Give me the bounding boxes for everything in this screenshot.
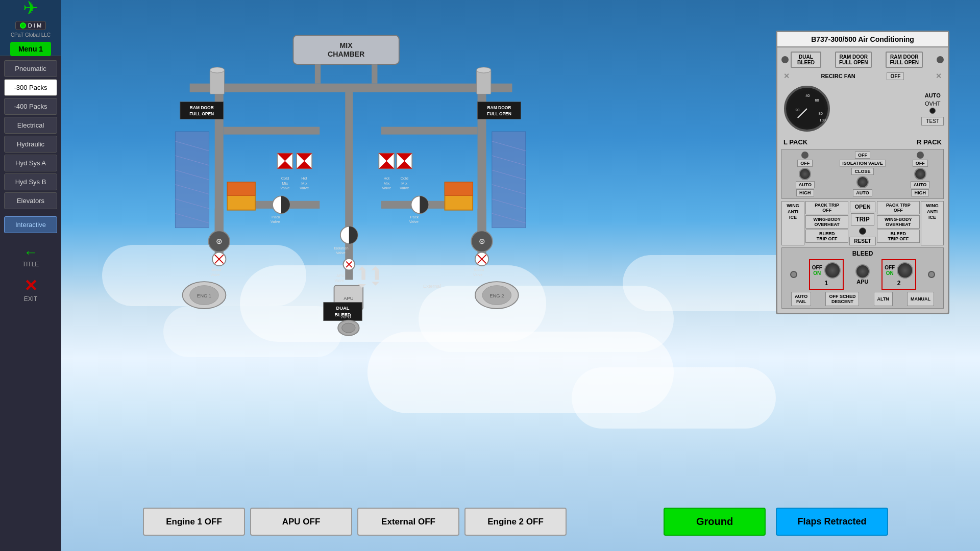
svg-text:Pack: Pack <box>272 215 280 219</box>
bleed-altn[interactable]: ALTN <box>874 292 893 306</box>
bleed-controls: OFF ON 1 APU <box>784 259 941 290</box>
ram-door-right-indicator: RAM DOORFULL OPEN <box>886 52 922 68</box>
bleed2-knob[interactable] <box>897 262 913 279</box>
svg-text:Pack: Pack <box>410 215 419 219</box>
dim-label: D I M <box>28 22 41 29</box>
dim-button[interactable]: D I M <box>15 21 46 30</box>
left-circle-btn[interactable] <box>781 56 789 63</box>
temp-gauge: 20 60 40 80 100 <box>784 86 830 132</box>
engine2-btn[interactable]: Engine 2 OFF <box>464 508 567 536</box>
right-high-btn[interactable]: HIGH <box>911 189 929 196</box>
svg-text:80: 80 <box>819 111 823 116</box>
center-auto-btn[interactable]: AUTO <box>853 189 872 196</box>
center-off-btn[interactable]: OFF <box>855 152 870 159</box>
svg-text:MIX: MIX <box>340 41 353 49</box>
svg-text:RAM DOOR: RAM DOOR <box>190 105 214 110</box>
bleed1-num: 1 <box>824 280 828 287</box>
svg-rect-45 <box>445 182 473 195</box>
bleed1-knob[interactable] <box>824 262 841 279</box>
gauge-section: 20 60 40 80 100 AUTO OVHT <box>781 83 944 134</box>
open-btn[interactable]: OPEN <box>850 201 875 212</box>
svg-text:Valve: Valve <box>336 251 345 255</box>
svg-rect-10 <box>345 92 353 232</box>
bleed1-on-label: ON <box>813 270 821 276</box>
l-pack-label: L PACK <box>783 138 807 146</box>
bleed-off-sched[interactable]: OFF SCHEDDESCENT <box>825 292 859 306</box>
left-off-btn[interactable]: OFF <box>797 160 813 167</box>
interactive-button[interactable]: Interactive <box>4 216 57 233</box>
left-pack-trip-off[interactable]: PACK TRIPOFF <box>805 201 848 214</box>
bleed-header: BLEED <box>784 250 941 257</box>
bleed-auto-fail[interactable]: AUTOFAIL <box>791 292 811 306</box>
apu-knob[interactable] <box>855 264 870 279</box>
svg-point-110 <box>342 323 355 333</box>
svg-text:Mix: Mix <box>383 181 389 186</box>
flaps-retracted-button[interactable]: Flaps Retracted <box>776 508 888 536</box>
close-btn[interactable]: CLOSE <box>851 168 873 175</box>
right-bleed-trip-off[interactable]: BLEEDTRIP OFF <box>877 230 920 243</box>
sidebar-item-elevators[interactable]: Elevators <box>4 192 57 209</box>
bleed-circle-right[interactable] <box>928 271 935 278</box>
svg-text:FULL OPEN: FULL OPEN <box>487 111 511 116</box>
auto-label: AUTO <box>921 92 944 98</box>
bleed-circle-left[interactable] <box>790 271 797 278</box>
svg-text:Hot: Hot <box>383 176 390 181</box>
svg-text:40: 40 <box>805 93 810 98</box>
svg-text:Mix: Mix <box>282 181 288 186</box>
sidebar-item-300packs[interactable]: -300 Packs <box>4 79 57 96</box>
center-knob[interactable] <box>856 176 869 188</box>
recirc-status: OFF <box>887 72 904 80</box>
right-pack-trip-off[interactable]: PACK TRIPOFF <box>877 201 920 214</box>
control-panel: B737-300/500 Air Conditioning DUALBLEED … <box>776 31 949 314</box>
sidebar-item-400packs[interactable]: -400 Packs <box>4 98 57 115</box>
engine1-btn[interactable]: Engine 1 OFF <box>143 508 245 536</box>
left-knob[interactable] <box>799 168 811 180</box>
right-valve-circle[interactable] <box>917 152 924 159</box>
apu-btn[interactable]: APU OFF <box>250 508 352 536</box>
ground-button[interactable]: Ground <box>664 508 766 536</box>
svg-text:Valve: Valve <box>210 272 219 277</box>
svg-text:Valve: Valve <box>300 186 309 190</box>
right-off-btn[interactable]: OFF <box>913 160 928 167</box>
ovht-dot <box>929 108 936 114</box>
reset-btn[interactable]: RESET <box>849 237 875 245</box>
wing-anti-ice-right: WING ANTI ICE <box>921 201 944 245</box>
right-wing-body-overheat[interactable]: WING-BODYOVERHEAT <box>877 215 920 229</box>
menu1-button[interactable]: Menu 1 <box>10 42 51 56</box>
svg-text:Valve: Valve <box>382 186 391 190</box>
bleed-2-area: OFF ON 2 <box>881 259 916 290</box>
title-arrow-icon[interactable]: ← <box>23 244 38 261</box>
bleed2-num: 2 <box>897 280 901 287</box>
title-label: TITLE <box>22 261 39 268</box>
svg-text:100: 100 <box>820 118 826 122</box>
svg-text:⊛: ⊛ <box>479 237 485 245</box>
sidebar-item-hydsysa[interactable]: Hyd Sys A <box>4 155 57 171</box>
recirc-x-right[interactable]: ✕ <box>936 72 942 80</box>
sidebar-item-hydsysb[interactable]: Hyd Sys B <box>4 173 57 190</box>
svg-rect-9 <box>381 127 478 135</box>
left-high-btn[interactable]: HIGH <box>796 189 814 196</box>
svg-text:Hot: Hot <box>301 176 308 181</box>
svg-text:60: 60 <box>815 98 819 103</box>
recirc-x-left[interactable]: ✕ <box>783 72 790 80</box>
svg-rect-5 <box>190 84 512 92</box>
left-bleed-trip-off[interactable]: BLEEDTRIP OFF <box>805 230 848 243</box>
gauge-container: 20 60 40 80 100 <box>781 83 832 134</box>
left-auto-btn[interactable]: AUTO <box>796 181 815 188</box>
right-knob[interactable] <box>914 168 926 180</box>
trip-btn[interactable]: TRIP <box>851 213 874 226</box>
bleed-manual[interactable]: MANUAL <box>907 292 934 306</box>
external-btn[interactable]: External OFF <box>357 508 459 536</box>
right-circle-btn[interactable] <box>937 56 944 63</box>
sidebar-item-electrical[interactable]: Electrical <box>4 117 57 134</box>
bleed-section: BLEED OFF ON 1 <box>781 247 944 309</box>
svg-text:FULL OPEN: FULL OPEN <box>189 111 214 116</box>
left-valve-circle[interactable] <box>801 152 808 159</box>
test-button[interactable]: TEST <box>921 117 944 126</box>
bleed2-off-label: OFF <box>885 265 895 270</box>
sidebar-item-hydraulic[interactable]: Hydraulic <box>4 136 57 153</box>
exit-x-icon[interactable]: ✕ <box>24 276 38 295</box>
left-wing-body-overheat[interactable]: WING-BODYOVERHEAT <box>805 215 848 229</box>
sidebar-item-pneumatic[interactable]: Pneumatic <box>4 60 57 77</box>
right-auto-btn[interactable]: AUTO <box>911 181 929 188</box>
